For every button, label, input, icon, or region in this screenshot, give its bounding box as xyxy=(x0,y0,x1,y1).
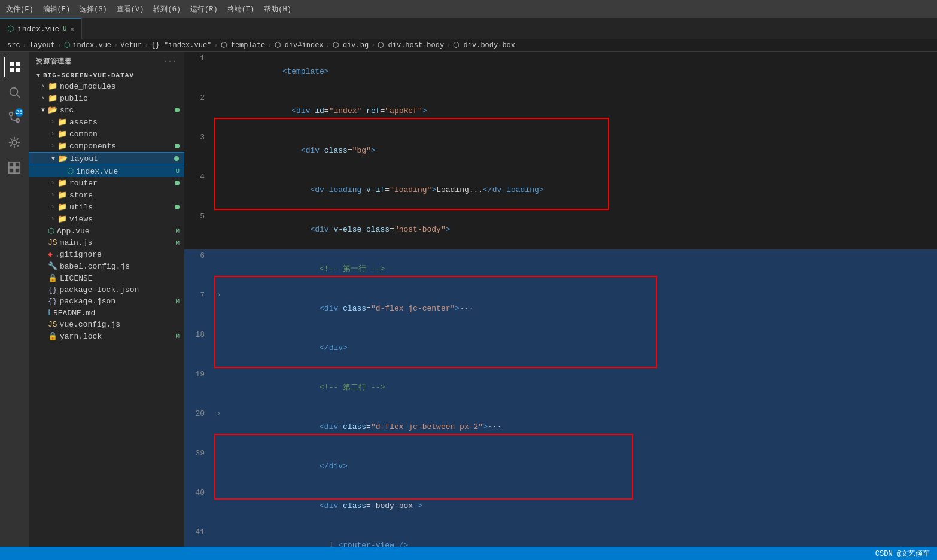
chevron-right-icon: › xyxy=(48,131,57,138)
line-code-4: <dv-loading v-if="loading">Loading...</d… xyxy=(224,171,937,210)
editor-content[interactable]: 1 <template> 2 <div id="index" ref="appR… xyxy=(184,52,937,547)
tree-label-store: store xyxy=(69,191,184,200)
menu-help[interactable]: 帮助(H) xyxy=(264,4,291,14)
svg-rect-11 xyxy=(15,162,20,167)
tree-label-app-vue: App.vue xyxy=(57,227,175,236)
chevron-right-icon: › xyxy=(48,119,57,126)
line-code-5: <div v-else class="host-body"> xyxy=(224,210,937,249)
activity-search[interactable] xyxy=(4,82,25,102)
tree-label-main-js: main.js xyxy=(60,238,176,247)
modified-dot-layout xyxy=(174,156,179,161)
line-code-2: <div id="index" ref="appRef"> xyxy=(224,92,937,131)
tree-root[interactable]: ▼ BIG-SCREEN-VUE-DATAV xyxy=(29,71,184,80)
tree-item-store[interactable]: › 📁 store xyxy=(29,189,184,201)
svg-point-6 xyxy=(10,112,13,116)
tree-item-views[interactable]: › 📁 views xyxy=(29,213,184,225)
tree-item-vue-config[interactable]: JS vue.config.js xyxy=(29,319,184,330)
activity-explorer[interactable] xyxy=(4,57,25,77)
line-code-40: <div class= body-box > xyxy=(224,486,937,526)
breadcrumb-div-index[interactable]: ⬡ div#index xyxy=(275,41,324,50)
modified-dot-utils xyxy=(175,205,180,209)
menu-file[interactable]: 文件(F) xyxy=(6,4,34,14)
tree-item-node-modules[interactable]: › 📁 node_modules xyxy=(29,80,184,92)
tree-item-package-lock[interactable]: {} package-lock.json xyxy=(29,284,184,296)
folder-open-icon: 📂 xyxy=(48,105,57,115)
sidebar-header-icons[interactable]: ··· xyxy=(163,58,177,65)
breadcrumb-src[interactable]: src xyxy=(7,41,20,50)
json-file-icon: {} xyxy=(48,285,57,294)
menu-goto[interactable]: 转到(G) xyxy=(153,4,181,14)
sidebar: 资源管理器 ··· ▼ BIG-SCREEN-VUE-DATAV › 📁 nod… xyxy=(29,52,184,547)
modified-badge-main-js: M xyxy=(175,239,184,246)
tab-modified-indicator: U xyxy=(63,26,66,32)
svg-rect-3 xyxy=(16,68,20,72)
breadcrumb: src › layout › ⬡ index.vue › Vetur › {} … xyxy=(0,39,937,52)
breadcrumb-index-vue-obj[interactable]: {} "index.vue" xyxy=(151,41,211,50)
menu-terminal[interactable]: 终端(T) xyxy=(227,4,255,14)
tree-label-assets: assets xyxy=(69,118,184,127)
tree-item-utils[interactable]: › 📁 utils xyxy=(29,201,184,213)
line-num-3: 3 xyxy=(184,131,214,144)
editor-area: 1 <template> 2 <div id="index" ref="appR… xyxy=(184,52,937,547)
tree-label-babel: babel.config.js xyxy=(60,262,184,271)
tree-item-yarn-lock[interactable]: 🔒 yarn.lock M xyxy=(29,330,184,342)
chevron-right-icon: › xyxy=(48,192,57,199)
tree-item-common[interactable]: › 📁 common xyxy=(29,128,184,140)
line-num-4: 4 xyxy=(184,171,214,184)
breadcrumb-layout[interactable]: layout xyxy=(29,41,55,50)
status-text: CSDN @文艺倾车 xyxy=(875,549,930,559)
activity-debug[interactable] xyxy=(4,132,25,153)
breadcrumb-div-host-body[interactable]: ⬡ div.host-body xyxy=(378,41,444,50)
tab-index-vue[interactable]: ⬡ index.vue U ✕ xyxy=(0,18,82,39)
tree-item-layout[interactable]: ▼ 📂 layout xyxy=(29,152,184,165)
tree-label-common: common xyxy=(69,130,184,139)
menu-select[interactable]: 选择(S) xyxy=(80,4,107,14)
breadcrumb-file[interactable]: index.vue xyxy=(72,41,111,50)
tree-label-node-modules: node_modules xyxy=(60,82,184,91)
tree-item-babel[interactable]: 🔧 babel.config.js xyxy=(29,260,184,272)
menu-view[interactable]: 查看(V) xyxy=(117,4,144,14)
tree-item-license[interactable]: 🔒 LICENSE xyxy=(29,272,184,284)
folder-icon: 📁 xyxy=(48,93,57,103)
tree-item-assets[interactable]: › 📁 assets xyxy=(29,116,184,128)
tree-item-components[interactable]: › 📁 components xyxy=(29,140,184,152)
tree-item-public[interactable]: › 📁 public xyxy=(29,92,184,104)
folder-icon: 📁 xyxy=(57,129,67,139)
menu-run[interactable]: 运行(R) xyxy=(190,4,218,14)
tree-item-readme[interactable]: ℹ README.md xyxy=(29,307,184,319)
tab-label: index.vue xyxy=(17,25,59,34)
tree-item-src[interactable]: ▼ 📂 src xyxy=(29,104,184,116)
activity-extensions[interactable] xyxy=(4,157,25,178)
line-num-2: 2 xyxy=(184,92,214,105)
folder-icon: 📁 xyxy=(48,81,57,91)
line-num-7: 7 xyxy=(184,289,214,302)
breadcrumb-vetur[interactable]: Vetur xyxy=(120,41,142,50)
line-code-18: </div> xyxy=(224,328,937,368)
modified-badge-index-vue: U xyxy=(175,168,184,175)
breadcrumb-template[interactable]: ⬡ template xyxy=(221,41,266,50)
tree-item-index-vue[interactable]: ⬡ index.vue U xyxy=(29,165,184,177)
chevron-right-icon: › xyxy=(48,204,57,211)
tree-item-package-json[interactable]: {} package.json M xyxy=(29,296,184,307)
svg-point-4 xyxy=(10,88,18,96)
tree-label-package-json: package.json xyxy=(60,297,176,306)
activity-source-control[interactable]: 25 xyxy=(4,107,25,127)
breadcrumb-file-icon: ⬡ xyxy=(64,41,70,50)
line-arrow-7: › xyxy=(214,289,224,302)
tree-label-src: src xyxy=(60,106,175,115)
chevron-down-icon: ▼ xyxy=(38,107,48,114)
breadcrumb-div-bg[interactable]: ⬡ div.bg xyxy=(333,41,369,50)
breadcrumb-div-body-box[interactable]: ⬡ div.body-box xyxy=(453,41,515,50)
code-line-40: 40 <div class= body-box > xyxy=(184,486,937,526)
tab-close-button[interactable]: ✕ xyxy=(70,25,74,33)
folder-icon: 📁 xyxy=(57,117,67,127)
tree-item-gitignore[interactable]: ◆ .gitignore xyxy=(29,248,184,260)
menu-edit[interactable]: 编辑(E) xyxy=(43,4,71,14)
svg-rect-1 xyxy=(10,68,14,72)
line-num-18: 18 xyxy=(184,328,214,342)
tree-label-components: components xyxy=(69,142,175,151)
tree-item-router[interactable]: › 📁 router xyxy=(29,177,184,189)
tree-item-app-vue[interactable]: ⬡ App.vue M xyxy=(29,225,184,237)
tree-item-main-js[interactable]: JS main.js M xyxy=(29,237,184,248)
code-line-39: 39 </div> xyxy=(184,447,937,486)
